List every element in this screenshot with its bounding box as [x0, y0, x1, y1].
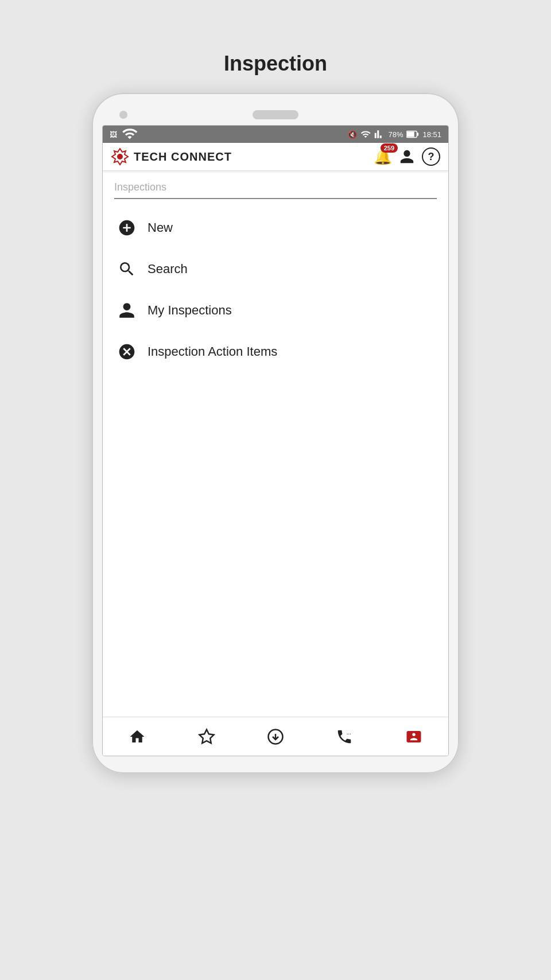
x-circle-icon — [117, 341, 137, 362]
battery-percent: 78% — [388, 130, 403, 139]
phone-top-bar — [102, 110, 449, 119]
notification-badge: 259 — [381, 143, 398, 153]
menu-item-action-items[interactable]: Inspection Action Items — [114, 331, 437, 372]
phone-icon: ... — [336, 728, 353, 745]
front-camera — [119, 111, 127, 119]
home-icon — [129, 728, 146, 745]
phone-device: 🖼 🔇 78% — [92, 93, 459, 773]
header-actions: 🔔 259 ? — [374, 147, 440, 166]
status-right: 🔇 78% 18:51 — [348, 129, 441, 139]
download-icon — [267, 728, 284, 745]
nav-item-favorites[interactable] — [172, 728, 240, 745]
menu-item-action-items-label: Inspection Action Items — [148, 344, 277, 359]
nav-item-phone[interactable]: ... — [310, 728, 379, 745]
logo-icon — [111, 147, 129, 166]
notification-bell[interactable]: 🔔 259 — [374, 148, 392, 166]
page-title: Inspection — [224, 52, 327, 76]
status-bar: 🖼 🔇 78% — [103, 126, 448, 143]
battery-icon — [406, 130, 419, 138]
phone-speaker — [253, 110, 298, 119]
person-icon — [117, 300, 137, 321]
nav-item-home[interactable] — [103, 728, 172, 745]
content-spacer — [103, 550, 448, 717]
menu-item-new[interactable]: New — [114, 207, 437, 248]
menu-item-search-label: Search — [148, 262, 188, 277]
section-label: Inspections — [114, 181, 437, 199]
search-icon — [117, 259, 137, 279]
plus-circle-icon — [117, 217, 137, 238]
menu-item-my-inspections[interactable]: My Inspections — [114, 290, 437, 331]
phone-screen: 🖼 🔇 78% — [102, 125, 449, 756]
logo-text: TECH CONNECT — [134, 150, 232, 164]
star-icon — [198, 728, 215, 745]
nav-item-download[interactable] — [241, 728, 310, 745]
wifi-icon-right — [360, 129, 371, 139]
svg-text:...: ... — [347, 729, 351, 736]
contact-icon — [405, 728, 422, 745]
svg-marker-5 — [199, 729, 214, 743]
phone-sensor — [424, 111, 432, 119]
svg-rect-2 — [407, 131, 414, 137]
menu-item-search[interactable]: Search — [114, 248, 437, 290]
wifi-icon — [122, 126, 138, 143]
svg-rect-1 — [417, 133, 419, 136]
content-area: Inspections New — [103, 171, 448, 550]
user-profile-button[interactable] — [398, 147, 416, 166]
user-icon — [399, 149, 415, 165]
status-left: 🖼 — [110, 126, 138, 143]
phone-bottom-pad — [102, 756, 449, 773]
menu-list: New Search — [114, 207, 437, 372]
help-button[interactable]: ? — [422, 147, 440, 166]
logo-area: TECH CONNECT — [111, 147, 232, 166]
image-icon: 🖼 — [110, 130, 117, 139]
signal-icon — [374, 129, 385, 139]
mute-icon: 🔇 — [348, 130, 357, 139]
svg-point-4 — [117, 154, 123, 160]
app-header: TECH CONNECT 🔔 259 ? — [103, 143, 448, 171]
time-display: 18:51 — [422, 130, 441, 139]
nav-item-contact[interactable] — [379, 728, 448, 745]
bottom-nav: ... — [103, 717, 448, 756]
menu-item-my-inspections-label: My Inspections — [148, 303, 232, 318]
menu-item-new-label: New — [148, 220, 173, 235]
